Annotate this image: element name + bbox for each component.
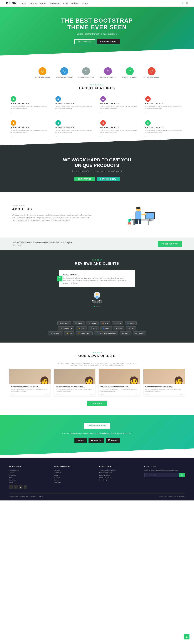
- nav-media[interactable]: MEDIA: [82, 2, 88, 4]
- newsletter-input[interactable]: [144, 473, 179, 477]
- search-icon[interactable]: 🔍: [182, 2, 184, 4]
- feature-card-3: ◆ MULTI-FILE PACKAGE You can multiple fi…: [144, 95, 185, 115]
- logo-thomas: ✏️Thomas State: [76, 332, 93, 335]
- news-card-3: 🧑 THE BEST PRODUCTIVITY APPS ON WAR... Y…: [143, 369, 185, 397]
- nav-about[interactable]: ABOUT: [40, 2, 46, 4]
- latest-features-title: LATEST FEATURES: [9, 86, 185, 90]
- feature-circle-5: ⬡: [126, 67, 134, 75]
- appstore-badge[interactable]: App Store: [74, 438, 87, 443]
- dot-1[interactable]: [94, 306, 95, 307]
- news-section: Our Blog OUR NEWS UPDATE Didn't you need…: [0, 342, 194, 416]
- logo-nba: 🏀NBA: [100, 322, 110, 325]
- svg-rect-5: [149, 219, 150, 220]
- about-tag: Welcome to Mynbio: [12, 205, 92, 206]
- about-section: Welcome to Mynbio ABOUT US We design and…: [0, 192, 194, 238]
- feature-card-link-6[interactable]: ...: [100, 136, 102, 137]
- social-twitter[interactable]: t: [14, 485, 18, 489]
- purchase-banner: Trust our? Review our projects completed…: [0, 238, 194, 250]
- feature-circle-3: ⬡: [82, 67, 90, 75]
- news-subtitle: Didn't you need to add your site to this…: [58, 362, 136, 366]
- feature-card-6: ◆ MULTI-FILE PACKAGE You can multiple fi…: [99, 119, 140, 139]
- logo-gear: ⚙️Tech: [88, 326, 99, 330]
- feature-card-icon-3: ◆: [145, 96, 151, 102]
- logo-florida: 🐊UF FLORIDA: [58, 326, 74, 330]
- reviews-tag: Our Best: [6, 259, 188, 261]
- quote-mark: ": [57, 276, 62, 282]
- news-card-1: 🧑 THE BEST PRODUCTIVITY APPS ON WAR... Y…: [54, 369, 96, 397]
- hero-purchase-btn[interactable]: PURCHASE NOW: [97, 39, 120, 44]
- news-card-0: 🧑 THE BEST PRODUCTIVITY APPS ON WAR... Y…: [9, 369, 51, 397]
- latest-features-tag: Our Rounded: [9, 84, 185, 86]
- nav-feature[interactable]: FEATURE: [29, 2, 37, 4]
- logo-news: 📰News: [113, 326, 124, 330]
- footer-col-about: ABOUT ORION About the theme Features Tes…: [9, 466, 50, 489]
- testimonial-text: Destiming on WordPress free, license are…: [63, 277, 131, 284]
- news-body-1: THE BEST PRODUCTIVITY APPS ON WAR... You…: [54, 384, 95, 396]
- newsletter-form: GO: [144, 473, 185, 477]
- feature-card-0: ◆ MULTI-FILE PACKAGE You can multiple fi…: [9, 95, 50, 115]
- download-section: DOWNLOAD APPS Trust our? Review our proj…: [0, 415, 194, 458]
- brand-logo[interactable]: ORION: [6, 2, 16, 5]
- feature-icon-3: ⬡ MARKETING CLOUD: [78, 67, 94, 78]
- feature-circle-4: ⬡: [104, 67, 112, 75]
- store-badges: App Store ▶ Google Play ⊞ Windows: [6, 438, 188, 443]
- feature-icon-5: ⬡ MARKETING CLOUD: [122, 67, 138, 78]
- newsletter-submit[interactable]: GO: [179, 473, 185, 477]
- reviewer-avatar-svg: [94, 292, 100, 298]
- svg-rect-10: [136, 207, 140, 209]
- logos-row-3: 🏛️University 🔔Bell ✏️Thomas State 🔬IOP I…: [9, 332, 185, 335]
- person-desk-svg: [125, 201, 158, 228]
- download-apps-btn[interactable]: DOWNLOAD APPS: [84, 423, 110, 429]
- news-grid: 🧑 THE BEST PRODUCTIVITY APPS ON WAR... Y…: [9, 369, 185, 397]
- logo-yale: 📚Yale: [126, 326, 136, 330]
- menu-icon[interactable]: ☰: [186, 2, 188, 4]
- feature-card-icon-0: ◆: [10, 96, 16, 102]
- dot-3[interactable]: [99, 306, 100, 307]
- feature-card-icon-2: ◆: [100, 96, 106, 102]
- windows-badge[interactable]: ⊞ Windows: [106, 438, 120, 443]
- nav-blog[interactable]: BLOG: [63, 2, 68, 4]
- logo-globe: 🌐Global: [125, 322, 136, 325]
- feature-card-link-7[interactable]: ...: [145, 136, 146, 137]
- nav-links: HOME FEATURE ABOUT TESTIMONIAL BLOG CONT…: [21, 2, 182, 4]
- logo-univ2: 🏛️Institute: [133, 332, 146, 335]
- footer-copyright: © 2016 Orion Theme. All Rights Reserved.: [159, 496, 185, 498]
- svg-rect-1: [148, 220, 149, 225]
- hero-get-started-btn[interactable]: GET STARTED: [74, 39, 95, 44]
- nav-home[interactable]: HOME: [21, 2, 26, 4]
- dark-purchase-btn[interactable]: PURCHASE NOW: [97, 176, 120, 182]
- feature-card-link-3[interactable]: ...: [145, 112, 146, 113]
- feature-card-icon-6: ◆: [100, 120, 106, 126]
- feature-icon-4: ⬡ MARKETING CLOUD: [100, 67, 116, 78]
- footer-bottom: Privacy Policy Terms of Use Sitemap Cont…: [9, 493, 185, 498]
- social-google[interactable]: g+: [24, 485, 27, 489]
- dark-cta-subtext: Ready to buy now? we can assure you that…: [6, 170, 188, 172]
- feature-card-link-0[interactable]: ...: [10, 112, 12, 113]
- dark-get-started-btn[interactable]: GET STARTED: [74, 176, 95, 182]
- feature-card-link-4[interactable]: ...: [10, 136, 12, 137]
- feature-card-icon-5: ◆: [56, 120, 61, 126]
- hero-subtext: Stop find another theme from now, Guaran…: [77, 33, 117, 35]
- nav-contact[interactable]: CONTACT: [71, 2, 80, 4]
- dot-2[interactable]: [96, 306, 98, 307]
- feature-card-1: ◆ MULTI-FILE PACKAGE You can multiple fi…: [54, 95, 95, 115]
- feature-card-link-1[interactable]: ...: [56, 112, 57, 113]
- nav-testimonial[interactable]: TESTIMONIAL: [49, 2, 60, 4]
- googleplay-badge[interactable]: ▶ Google Play: [88, 438, 104, 443]
- feature-card-5: ◆ MULTI-FILE PACKAGE You can multiple fi…: [54, 119, 95, 139]
- footer-social: f t in g+: [9, 485, 50, 489]
- purchase-banner-btn[interactable]: PURCHASE NOW: [158, 241, 182, 246]
- news-meta-3: April 22 Admin: [145, 394, 183, 395]
- news-body-2: THE BEST PRODUCTIVITY APPS ON WAR... You…: [99, 384, 140, 396]
- news-tag: Our Blog: [9, 352, 185, 353]
- social-linkedin[interactable]: in: [19, 485, 22, 489]
- footer-grid: ABOUT ORION About the theme Features Tes…: [9, 466, 185, 489]
- reviews-title: REVIEWS AND CLIENTS: [6, 262, 188, 266]
- feature-circle-6: ⬡: [148, 67, 156, 75]
- news-person-2: 🧑: [129, 377, 138, 384]
- news-person-3: 🧑: [174, 377, 183, 384]
- feature-card-link-2[interactable]: ...: [100, 112, 102, 113]
- social-facebook[interactable]: f: [9, 485, 13, 489]
- feature-card-link-5[interactable]: ...: [56, 136, 57, 137]
- view-more-btn[interactable]: VIEW MORE: [87, 401, 107, 406]
